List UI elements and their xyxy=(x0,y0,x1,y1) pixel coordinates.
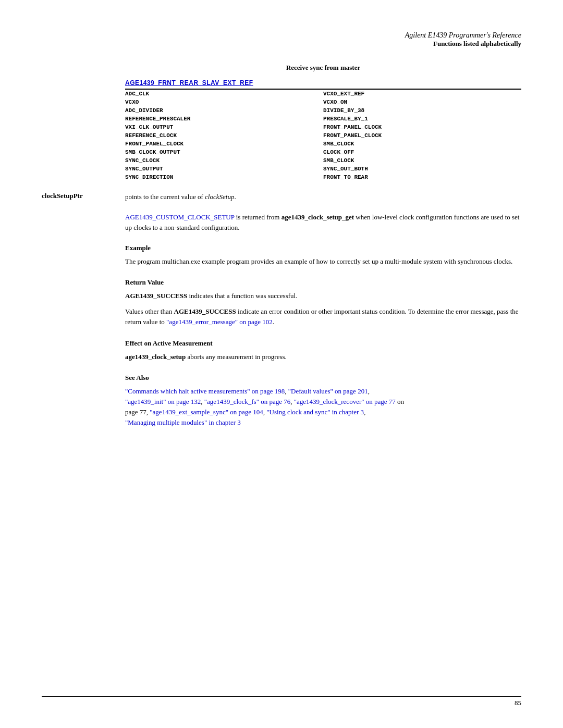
table-row: REFERENCE_CLOCKFRONT_PANEL_CLOCK xyxy=(125,131,521,140)
table-cell-left: ADC_DIVIDER xyxy=(125,106,323,115)
table-cell-left: REFERENCE_CLOCK xyxy=(125,131,323,140)
receive-sync-heading: Receive sync from master xyxy=(125,64,521,72)
see-also-link[interactable]: "age1439_init" on page 132 xyxy=(125,398,201,405)
table-row: SYNC_DIRECTIONFRONT_TO_REAR xyxy=(125,173,521,181)
table-cell-right: VCXO_EXT_REF xyxy=(323,89,521,98)
table-cell-left: SYNC_DIRECTION xyxy=(125,173,323,181)
custom-clock-setup-link[interactable]: AGE1439_CUSTOM_CLOCK_SETUP xyxy=(125,213,234,221)
table-cell-left: SYNC_OUTPUT xyxy=(125,165,323,173)
table-cell-right: FRONT_TO_REAR xyxy=(323,173,521,181)
table-cell-left: REFERENCE_PRESCALER xyxy=(125,115,323,123)
see-also-link[interactable]: "age1439_clock_fs" on page 76 xyxy=(204,398,290,405)
see-also-link[interactable]: "Using clock and sync" in chapter 3 xyxy=(266,408,364,416)
see-also-link[interactable]: "Managing multiple modules" in chapter 3 xyxy=(125,418,241,426)
table-cell-right: DIVIDE_BY_38 xyxy=(323,106,521,115)
table-cell-right: PRESCALE_BY_1 xyxy=(323,115,521,123)
table-row: ADC_DIVIDERDIVIDE_BY_38 xyxy=(125,106,521,115)
clock-setup-text-before: points to the current value of xyxy=(125,193,205,201)
clock-setup-func: age1439_clock_setup_get xyxy=(282,213,354,221)
see-also-link[interactable]: "age1439_clock_recover" on page 77 xyxy=(294,398,396,405)
see-also-link[interactable]: "Commands which halt active measurements… xyxy=(125,387,285,395)
see-also-title: See Also xyxy=(125,374,521,382)
effect-bold: age1439_clock_setup xyxy=(125,353,186,361)
table-cell-right: FRONT_PANEL_CLOCK xyxy=(323,123,521,131)
example-section: Example The program multichan.exe exampl… xyxy=(125,244,521,267)
table-row: ADC_CLKVCXO_EXT_REF xyxy=(125,89,521,98)
table-row: FRONT_PANEL_CLOCKSMB_CLOCK xyxy=(125,140,521,148)
content-area: Receive sync from master AGE1439_FRNT_RE… xyxy=(125,64,521,428)
return-value-title: Return Value xyxy=(125,278,521,287)
see-also-content: "Commands which halt active measurements… xyxy=(125,387,404,426)
example-body: The program multichan.exe example progra… xyxy=(125,256,521,267)
table-cell-left: ADC_CLK xyxy=(125,89,323,98)
footer-page-number: 85 xyxy=(515,699,521,707)
table-container: AGE1439_FRNT_REAR_SLAV_EXT_REF ADC_CLKVC… xyxy=(125,77,521,181)
see-also-links: "Commands which halt active measurements… xyxy=(125,386,521,428)
footer-line xyxy=(42,696,521,697)
return-value-body1: AGE1439_SUCCESS indicates that a functio… xyxy=(125,291,521,301)
table-row: SYNC_CLOCKSMB_CLOCK xyxy=(125,156,521,165)
clock-setup-italic: clockSetup xyxy=(205,193,234,201)
see-also-link[interactable]: "Default values" on page 201 xyxy=(288,387,368,395)
table-cell-right: SMB_CLOCK xyxy=(323,140,521,148)
table-cell-left: SYNC_CLOCK xyxy=(125,156,323,165)
return-text2-end: . xyxy=(273,318,274,326)
see-also-section: See Also "Commands which halt active mea… xyxy=(125,374,521,428)
clock-setup-desc: is returned from xyxy=(234,213,281,221)
reference-table: AGE1439_FRNT_REAR_SLAV_EXT_REF ADC_CLKVC… xyxy=(125,77,521,181)
page-container: Agilent E1439 Programmer's Reference Fun… xyxy=(0,0,563,728)
return-value-body2: Values other than AGE1439_SUCCESS indica… xyxy=(125,306,521,327)
clock-setup-text-after: . xyxy=(234,193,236,201)
param-section: clockSetupPtr points to the current valu… xyxy=(125,192,521,232)
table-cell-left: SMB_CLOCK_OUTPUT xyxy=(125,148,323,156)
table-cell-left: VCXO xyxy=(125,98,323,106)
see-also-link[interactable]: "age1439_ext_sample_sync" on page 104 xyxy=(150,408,263,416)
return-success-bold2: AGE1439_SUCCESS xyxy=(174,307,236,315)
header-title: Agilent E1439 Programmer's Reference xyxy=(42,31,521,40)
table-cell-right: SMB_CLOCK xyxy=(323,156,521,165)
table-cell-left: FRONT_PANEL_CLOCK xyxy=(125,140,323,148)
example-title: Example xyxy=(125,244,521,252)
table-cell-right: VCXO_ON xyxy=(323,98,521,106)
error-message-link[interactable]: "age1439_error_message" on page 102 xyxy=(166,318,273,326)
effect-text: aborts any measurement in progress. xyxy=(186,353,287,361)
return-text1: indicates that a function was successful… xyxy=(187,292,297,300)
return-success-bold1: AGE1439_SUCCESS xyxy=(125,292,187,300)
clock-setup-ptr-row: clockSetupPtr points to the current valu… xyxy=(125,192,521,232)
table-cell-left: VXI_CLK_OUTPUT xyxy=(125,123,323,131)
table-cell-right: SYNC_OUT_BOTH xyxy=(323,165,521,173)
table-row: SYNC_OUTPUTSYNC_OUT_BOTH xyxy=(125,165,521,173)
page-header: Agilent E1439 Programmer's Reference Fun… xyxy=(42,31,521,48)
return-value-section: Return Value AGE1439_SUCCESS indicates t… xyxy=(125,278,521,327)
effect-body: age1439_clock_setup aborts any measureme… xyxy=(125,352,521,362)
table-cell-right: CLOCK_OFF xyxy=(323,148,521,156)
header-subtitle: Functions listed alphabetically xyxy=(42,40,521,48)
clock-setup-ptr-content: points to the current value of clockSetu… xyxy=(125,192,521,232)
table-cell-right: FRONT_PANEL_CLOCK xyxy=(323,131,521,140)
effect-title: Effect on Active Measurement xyxy=(125,339,521,348)
clock-setup-ptr-label: clockSetupPtr xyxy=(42,192,125,232)
table-row: VXI_CLK_OUTPUTFRONT_PANEL_CLOCK xyxy=(125,123,521,131)
return-text2-before: Values other than xyxy=(125,307,174,315)
table-row: SMB_CLOCK_OUTPUTCLOCK_OFF xyxy=(125,148,521,156)
table-header: AGE1439_FRNT_REAR_SLAV_EXT_REF xyxy=(125,77,521,89)
table-row: REFERENCE_PRESCALERPRESCALE_BY_1 xyxy=(125,115,521,123)
table-row: VCXOVCXO_ON xyxy=(125,98,521,106)
effect-section: Effect on Active Measurement age1439_clo… xyxy=(125,339,521,362)
